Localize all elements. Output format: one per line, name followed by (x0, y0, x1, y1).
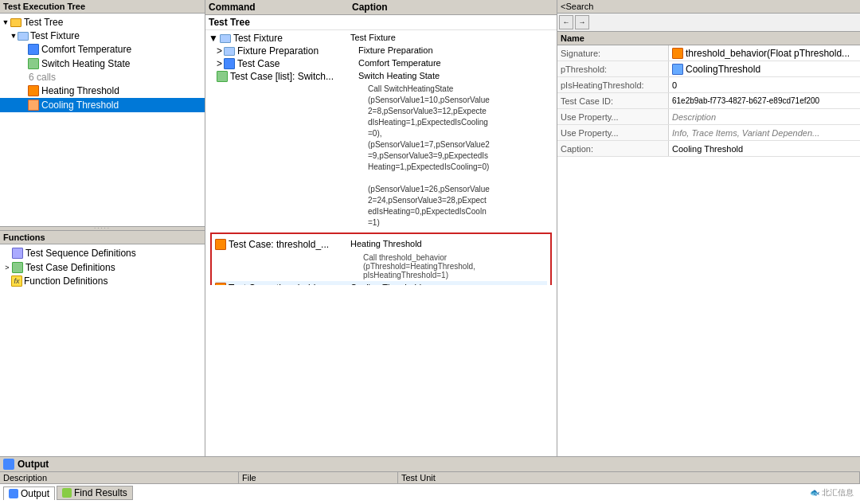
prop-row-signature: Signature: threshold_behavior(Float pThr… (557, 45, 860, 61)
cmd-text: Test Case [list]: Switch... (230, 71, 334, 82)
output-label: Output (18, 459, 49, 470)
prop-row-tc-id: Test Case ID: 61e2b9ab-f773-4827-b627-e8… (557, 93, 860, 109)
cmd-item-preparation[interactable]: > Fixture Preparation Fixture Preparatio… (207, 45, 555, 57)
col-file: File (239, 472, 398, 483)
hb-row-heating-call: Call threshold_behavior (pThreshold=Heat… (215, 252, 547, 281)
tree-item-label: Test Fixture (30, 30, 80, 41)
command-header: Command (209, 2, 352, 13)
prop-val-caption: Cooling Threshold (669, 141, 860, 156)
prop-row-pisheating: pIsHeatingThreshold: 0 (557, 77, 860, 93)
caption-header: Caption (352, 2, 388, 13)
cmd-caption: Fixture Preparation (358, 45, 553, 55)
hb-row-cooling[interactable]: Test Case: threshold_... Cooling Thresho… (215, 281, 547, 285)
back-button[interactable]: ← (559, 15, 573, 29)
test-tree-label: Test Tree (205, 15, 557, 30)
hb-caption-heating: Heating Threshold (350, 239, 547, 248)
tree-item-switch-heating[interactable]: Switch Heating State (0, 57, 205, 71)
bottom-right-brand: 🐟 北汇信息 (135, 487, 857, 498)
forward-button[interactable]: → (575, 15, 589, 29)
tc-orange-icon-2 (27, 99, 40, 111)
cmd-label: ▼ Test Fixture (209, 33, 350, 44)
cmd-label: Test Case [list]: Switch... (217, 71, 358, 82)
tab-find-results[interactable]: Find Results (57, 486, 133, 500)
output-tab-icon (9, 489, 18, 498)
prop-val-signature: threshold_behavior(Float pThreshold... (669, 45, 860, 61)
bottom-tabs: Output Find Results 🐟 北汇信息 (0, 484, 860, 502)
prop-key-tc-id: Test Case ID: (557, 93, 669, 108)
prop-key-use-info: Use Property... (557, 125, 669, 140)
tree-item-test-tree[interactable]: ▼ Test Tree (0, 15, 205, 29)
tree-item-comfort-temp[interactable]: Comfort Temperature (0, 42, 205, 57)
left-panel: Test Execution Tree ▼ Test Tree ▼ Test F… (0, 0, 205, 456)
prop-row-use-desc[interactable]: Use Property... Description (557, 109, 860, 125)
search-header-label: <Search (561, 2, 593, 11)
highlighted-box: Test Case: threshold_... Heating Thresho… (210, 232, 552, 285)
expand-arrow[interactable]: ▼ (2, 18, 10, 26)
cmd-item-fixture[interactable]: ▼ Test Fixture Test Fixture (207, 32, 555, 45)
prop-row-use-info[interactable]: Use Property... Info, Trace Items, Varia… (557, 125, 860, 141)
seq-icon (11, 247, 24, 260)
bottom-panel: Output Description File Test Unit Output… (0, 456, 860, 504)
tree-item-heating-threshold[interactable]: Heating Threshold (0, 84, 205, 98)
cmd-label: > Test Case (217, 58, 358, 69)
tree-area[interactable]: ▼ Test Tree ▼ Test Fixture Comfort Tempe… (0, 14, 205, 226)
prop-key-pthreshold: pThreshold: (557, 61, 669, 76)
brand-text: 🐟 北汇信息 (810, 487, 854, 498)
functions-area[interactable]: Test Sequence Definitions > Test Case De… (0, 244, 205, 457)
hb-row-heating[interactable]: Test Case: threshold_... Heating Thresho… (215, 237, 547, 252)
expand-arrow-tc-defs[interactable]: > (3, 264, 11, 272)
tree-item-label: Comfort Temperature (41, 44, 131, 55)
expand-arrow[interactable]: ▼ (10, 32, 18, 40)
tc-orange-icon (27, 84, 40, 97)
cmd-text: Test Fixture (233, 33, 283, 44)
prop-row-pthreshold: pThreshold: CoolingThreshold (557, 61, 860, 77)
tree-item-label: Function Definitions (24, 275, 108, 287)
tree-item-cooling-threshold[interactable]: Cooling Threshold (0, 98, 205, 112)
command-list[interactable]: ▼ Test Fixture Test Fixture > Fixture Pr… (205, 30, 557, 285)
tree-item-label: Cooling Threshold (41, 100, 119, 111)
prop-key-caption: Caption: (557, 141, 669, 156)
prop-val-use-desc: Description (669, 109, 860, 124)
prop-val-use-info: Info, Trace Items, Variant Dependen... (669, 125, 860, 140)
prop-key-signature: Signature: (557, 45, 669, 61)
tree-item-test-fixture[interactable]: ▼ Test Fixture (0, 29, 205, 42)
middle-header: Command Caption (205, 0, 557, 15)
func-icon: fx (11, 275, 22, 287)
name-column-header: Name (557, 32, 860, 45)
functions-header: Functions (0, 231, 205, 244)
col-test-unit: Test Unit (398, 472, 860, 483)
tree-item-label: Test Sequence Definitions (25, 248, 136, 259)
calls-label: 6 calls (29, 72, 56, 83)
prop-val-pisheating: 0 (669, 77, 860, 92)
tree-item-calls: 6 calls (0, 71, 205, 84)
prop-val-pthreshold: CoolingThreshold (669, 61, 860, 76)
cmd-caption: Comfort Temperature (358, 58, 553, 68)
cmd-item-switch[interactable]: Test Case [list]: Switch... Switch Heati… (207, 70, 555, 83)
tree-item-test-seq[interactable]: Test Sequence Definitions (0, 246, 205, 260)
prop-row-caption: Caption: Cooling Threshold (557, 141, 860, 157)
cmd-caption: Switch Heating State (358, 71, 553, 80)
cmd-text: Test Case (237, 58, 280, 69)
tree-item-label: Test Case Definitions (25, 262, 115, 273)
tab-output[interactable]: Output (3, 486, 55, 500)
folder-blue-icon (18, 32, 29, 41)
tab-find-results-label: Find Results (74, 487, 127, 498)
hb-cmd-text: Test Case: threshold_... (229, 239, 329, 250)
tab-output-label: Output (21, 488, 49, 499)
cmd-item-call-detail: Call SwitchHeatingState (pSensorValue1=1… (207, 83, 555, 229)
tree-item-tc-defs[interactable]: > Test Case Definitions (0, 260, 205, 275)
search-header-bar: <Search (557, 0, 860, 14)
tree-item-func-defs[interactable]: fx Function Definitions (0, 275, 205, 287)
tree-item-label: Switch Heating State (41, 58, 130, 69)
col-description: Description (0, 472, 239, 483)
hb-caption-cooling: Cooling Threshold (350, 283, 547, 285)
search-toolbar: ← → (557, 14, 860, 32)
tc-blue-icon (27, 43, 40, 56)
folder-icon (10, 16, 22, 29)
output-icon (3, 459, 14, 470)
right-panel: <Search ← → Name Signature: threshold_be… (557, 0, 860, 456)
cmd-item-test-case[interactable]: > Test Case Comfort Temperature (207, 57, 555, 70)
left-panel-header: Test Execution Tree (0, 0, 205, 14)
output-header: Output (0, 457, 860, 472)
tree-item-label: Heating Threshold (41, 85, 119, 96)
